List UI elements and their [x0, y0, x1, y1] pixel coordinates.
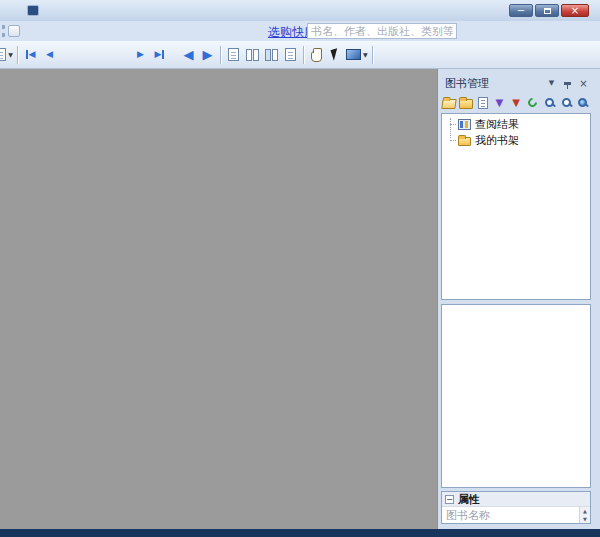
search-results-icon	[458, 119, 471, 130]
tree-item-my-bookshelf[interactable]: 我的书架	[442, 132, 590, 148]
book-tree-panel: 查阅结果 我的书架	[441, 113, 591, 300]
last-page-bar-icon	[162, 50, 164, 59]
online-search-icon	[578, 98, 587, 107]
scroll-down-button[interactable]: ▼	[580, 515, 590, 523]
book-icon	[478, 97, 488, 109]
properties-title: 属性	[458, 492, 480, 507]
cursor-icon	[330, 48, 340, 61]
arrow-right-icon: ▶	[137, 50, 144, 59]
toolbar-separator	[303, 46, 304, 64]
tree-item-label: 我的书架	[475, 133, 519, 148]
single-page-icon	[228, 48, 239, 61]
book-search-input[interactable]	[307, 23, 457, 39]
arrow-left-icon: ◀	[29, 50, 36, 59]
select-tool-button[interactable]	[326, 45, 345, 65]
properties-header: − 属性	[442, 492, 590, 507]
hand-icon	[311, 51, 322, 62]
document-viewer[interactable]	[0, 69, 438, 529]
main-toolbar: ▼ ◀ ◀ ▶ ▶ ◀ ▶	[0, 41, 600, 69]
close-icon: ×	[579, 79, 587, 89]
import-book-button[interactable]: ▼	[509, 94, 524, 111]
titlebar: − ×	[0, 0, 600, 21]
hand-tool-button[interactable]	[307, 45, 326, 65]
book-panel-toolbar: ▼ ▼	[441, 92, 591, 113]
new-folder-button[interactable]	[459, 94, 474, 111]
search-button[interactable]	[542, 94, 557, 111]
panel-close-button[interactable]: ×	[578, 78, 589, 89]
open-folder-button[interactable]	[442, 94, 457, 111]
toolbar-separator	[17, 46, 18, 64]
last-page-button[interactable]: ▶	[150, 45, 169, 65]
maximize-icon	[544, 8, 551, 14]
page-icon	[0, 48, 6, 61]
import-icon: ▼	[512, 98, 520, 108]
forward-button[interactable]: ▶	[198, 45, 217, 65]
property-label: 图书名称	[446, 508, 490, 523]
download-book-button[interactable]: ▼	[492, 94, 507, 111]
back-button[interactable]: ◀	[179, 45, 198, 65]
toolbar-grip[interactable]	[2, 25, 5, 37]
panel-title: 图书管理	[445, 76, 489, 91]
advanced-search-button[interactable]	[559, 94, 574, 111]
screen-mode-button[interactable]: ▼	[345, 45, 369, 65]
toolbar-separator	[372, 46, 373, 64]
online-search-button[interactable]	[575, 94, 590, 111]
app-icon	[28, 6, 38, 15]
chevron-down-icon: ▼	[363, 52, 368, 58]
close-button[interactable]: ×	[561, 4, 589, 17]
toolbar-separator	[220, 46, 221, 64]
single-page-view-button[interactable]	[224, 45, 243, 65]
close-icon: ×	[571, 6, 579, 16]
quickbar-tool-button[interactable]	[8, 25, 20, 37]
tree-item-label: 查阅结果	[475, 117, 519, 132]
window-controls: − ×	[509, 4, 589, 17]
properties-panel: − 属性 图书名称 ▲ ▼	[441, 491, 591, 524]
arrow-right-icon: ▶	[155, 50, 162, 59]
previous-page-button[interactable]: ◀	[40, 45, 59, 65]
screen-icon	[346, 49, 361, 60]
chevron-down-icon: ▼	[8, 52, 13, 58]
collapse-button[interactable]: −	[445, 495, 454, 504]
update-book-button[interactable]	[525, 94, 540, 111]
panel-pin-button[interactable]	[562, 78, 573, 89]
panel-controls: ▼ ×	[546, 78, 589, 89]
continuous-view-button[interactable]	[281, 45, 300, 65]
book-detail-panel	[441, 304, 591, 488]
folder-icon	[459, 99, 473, 109]
pin-icon	[564, 82, 571, 85]
panel-header: 图书管理 ▼ ×	[441, 75, 591, 92]
property-book-name-row: 图书名称	[442, 507, 590, 523]
minimize-icon: −	[517, 6, 525, 16]
refresh-icon	[526, 96, 539, 109]
status-strip	[0, 529, 600, 537]
quick-access-bar: 选购快服	[0, 21, 600, 41]
continuous-page-icon	[285, 48, 296, 61]
open-folder-icon	[442, 99, 457, 109]
download-icon: ▼	[496, 98, 504, 108]
first-page-button[interactable]: ◀	[21, 45, 40, 65]
arrow-right-icon: ▶	[203, 48, 213, 61]
page-template-button[interactable]: ▼	[0, 45, 14, 65]
advanced-search-icon	[562, 98, 571, 107]
main-area: 图书管理 ▼ ×	[0, 69, 600, 529]
minimize-button[interactable]: −	[509, 4, 533, 17]
book-list-button[interactable]	[475, 94, 490, 111]
arrow-left-icon: ◀	[46, 50, 53, 59]
next-page-button[interactable]: ▶	[131, 45, 150, 65]
chevron-down-icon: ▼	[549, 80, 554, 87]
scroll-up-button[interactable]: ▲	[580, 507, 590, 515]
tree-item-search-results[interactable]: 查阅结果	[442, 116, 590, 132]
book-management-dock: 图书管理 ▼ ×	[438, 69, 600, 529]
properties-scrollbar: ▲ ▼	[579, 507, 590, 523]
panel-menu-button[interactable]: ▼	[546, 78, 557, 89]
maximize-button[interactable]	[535, 4, 559, 17]
app-window: − × 选购快服 ▼ ◀ ◀ ▶	[0, 0, 600, 537]
facing-view-button[interactable]	[243, 45, 262, 65]
continuous-facing-view-button[interactable]	[262, 45, 281, 65]
continuous-facing-pages-icon	[265, 49, 278, 61]
arrow-left-icon: ◀	[184, 48, 194, 61]
facing-pages-icon	[246, 49, 259, 61]
search-icon	[545, 98, 554, 107]
first-page-bar-icon	[26, 50, 28, 59]
folder-icon	[458, 137, 471, 146]
